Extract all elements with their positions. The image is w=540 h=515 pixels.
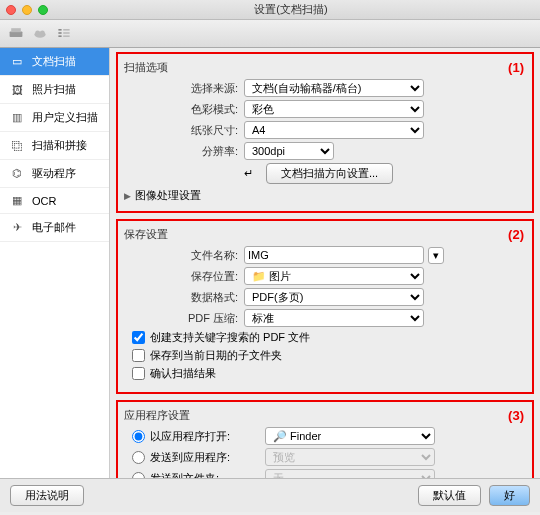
main-panel: (1) 扫描选项 选择来源: 文档(自动输稿器/稿台) 色彩模式: 彩色 纸张尺… xyxy=(110,48,540,478)
sidebar-item-ocr[interactable]: ▦ OCR xyxy=(0,188,109,214)
filename-input[interactable] xyxy=(244,246,424,264)
cloud-icon[interactable] xyxy=(32,26,48,42)
sidebar: ▭ 文档扫描 🖼 照片扫描 ▥ 用户定义扫描 ⿻ 扫描和拼接 ⌬ 驱动程序 ▦ … xyxy=(0,48,110,478)
color-label: 色彩模式: xyxy=(124,102,244,117)
section-number: (3) xyxy=(508,408,524,423)
doc-scan-icon: ▭ xyxy=(8,55,26,68)
format-label: 数据格式: xyxy=(124,290,244,305)
color-select[interactable]: 彩色 xyxy=(244,100,424,118)
radio-label: 发送到文件夹: xyxy=(150,471,260,479)
radio-label: 发送到应用程序: xyxy=(150,450,260,465)
radio-label: 以应用程序打开: xyxy=(150,429,260,444)
paper-select[interactable]: A4 xyxy=(244,121,424,139)
defaults-button[interactable]: 默认值 xyxy=(418,485,481,506)
location-label: 保存位置: xyxy=(124,269,244,284)
app-settings-section: (3) 应用程序设置 以应用程序打开: 🔎 Finder 发送到应用程序: 预览… xyxy=(116,400,534,478)
sidebar-item-photo-scan[interactable]: 🖼 照片扫描 xyxy=(0,76,109,104)
open-with-select[interactable]: 🔎 Finder xyxy=(265,427,435,445)
svg-rect-8 xyxy=(63,29,69,31)
minimize-icon[interactable] xyxy=(22,5,32,15)
sidebar-item-stitch[interactable]: ⿻ 扫描和拼接 xyxy=(0,132,109,160)
compress-label: PDF 压缩: xyxy=(124,311,244,326)
zoom-icon[interactable] xyxy=(38,5,48,15)
settings-icon[interactable] xyxy=(56,26,72,42)
send-folder-select[interactable]: 无 xyxy=(265,469,435,478)
location-select[interactable]: 📁 图片 xyxy=(244,267,424,285)
orientation-button[interactable]: 文档扫描方向设置... xyxy=(266,163,393,184)
svg-rect-5 xyxy=(58,29,61,31)
footer: 用法说明 默认值 好 xyxy=(0,478,540,512)
scan-options-section: (1) 扫描选项 选择来源: 文档(自动输稿器/稿台) 色彩模式: 彩色 纸张尺… xyxy=(116,52,534,213)
save-settings-section: (2) 保存设置 文件名称: ▾ 保存位置: 📁 图片 数据格式: PDF(多页… xyxy=(116,219,534,394)
stitch-icon: ⿻ xyxy=(8,140,26,152)
dpi-select[interactable]: 300dpi xyxy=(244,142,334,160)
sidebar-item-driver[interactable]: ⌬ 驱动程序 xyxy=(0,160,109,188)
scanner-icon[interactable] xyxy=(8,26,24,42)
section-number: (2) xyxy=(508,227,524,242)
toolbar xyxy=(0,20,540,48)
sidebar-item-label: 文档扫描 xyxy=(32,54,76,69)
sidebar-item-label: 驱动程序 xyxy=(32,166,76,181)
sidebar-item-label: OCR xyxy=(32,195,56,207)
paper-label: 纸张尺寸: xyxy=(124,123,244,138)
svg-point-4 xyxy=(40,30,45,35)
send-app-select[interactable]: 预览 xyxy=(265,448,435,466)
svg-rect-7 xyxy=(58,35,61,37)
sidebar-item-label: 用户定义扫描 xyxy=(32,110,98,125)
checkbox-label: 保存到当前日期的子文件夹 xyxy=(150,348,282,363)
disclosure-label: 图像处理设置 xyxy=(135,188,201,203)
section-title: 扫描选项 xyxy=(124,60,526,75)
format-select[interactable]: PDF(多页) xyxy=(244,288,424,306)
ok-button[interactable]: 好 xyxy=(489,485,530,506)
svg-rect-10 xyxy=(63,35,69,37)
sidebar-item-label: 扫描和拼接 xyxy=(32,138,87,153)
driver-icon: ⌬ xyxy=(8,167,26,180)
section-number: (1) xyxy=(508,60,524,75)
close-icon[interactable] xyxy=(6,5,16,15)
return-icon: ↵ xyxy=(244,167,262,180)
photo-scan-icon: 🖼 xyxy=(8,84,26,96)
compress-select[interactable]: 标准 xyxy=(244,309,424,327)
section-title: 保存设置 xyxy=(124,227,526,242)
sidebar-item-label: 电子邮件 xyxy=(32,220,76,235)
svg-rect-0 xyxy=(10,31,23,37)
section-title: 应用程序设置 xyxy=(124,408,526,423)
send-folder-radio[interactable] xyxy=(132,472,145,479)
sidebar-item-label: 照片扫描 xyxy=(32,82,76,97)
dropdown-icon[interactable]: ▾ xyxy=(428,247,444,264)
filename-label: 文件名称: xyxy=(124,248,244,263)
date-subfolder-checkbox[interactable] xyxy=(132,349,145,362)
confirm-result-checkbox[interactable] xyxy=(132,367,145,380)
source-label: 选择来源: xyxy=(124,81,244,96)
checkbox-label: 确认扫描结果 xyxy=(150,366,216,381)
titlebar: 设置(文档扫描) xyxy=(0,0,540,20)
ocr-icon: ▦ xyxy=(8,194,26,207)
svg-point-3 xyxy=(35,30,40,35)
image-processing-disclosure[interactable]: 图像处理设置 xyxy=(124,188,526,203)
open-with-radio[interactable] xyxy=(132,430,145,443)
custom-scan-icon: ▥ xyxy=(8,111,26,124)
window-title: 设置(文档扫描) xyxy=(48,2,534,17)
keyword-pdf-checkbox[interactable] xyxy=(132,331,145,344)
sidebar-item-doc-scan[interactable]: ▭ 文档扫描 xyxy=(0,48,109,76)
sidebar-item-email[interactable]: ✈ 电子邮件 xyxy=(0,214,109,242)
send-app-radio[interactable] xyxy=(132,451,145,464)
dpi-label: 分辨率: xyxy=(124,144,244,159)
sidebar-item-custom-scan[interactable]: ▥ 用户定义扫描 xyxy=(0,104,109,132)
source-select[interactable]: 文档(自动输稿器/稿台) xyxy=(244,79,424,97)
checkbox-label: 创建支持关键字搜索的 PDF 文件 xyxy=(150,330,310,345)
svg-rect-1 xyxy=(11,28,21,32)
email-icon: ✈ xyxy=(8,221,26,234)
svg-rect-6 xyxy=(58,32,61,34)
svg-rect-9 xyxy=(63,32,69,34)
help-button[interactable]: 用法说明 xyxy=(10,485,84,506)
